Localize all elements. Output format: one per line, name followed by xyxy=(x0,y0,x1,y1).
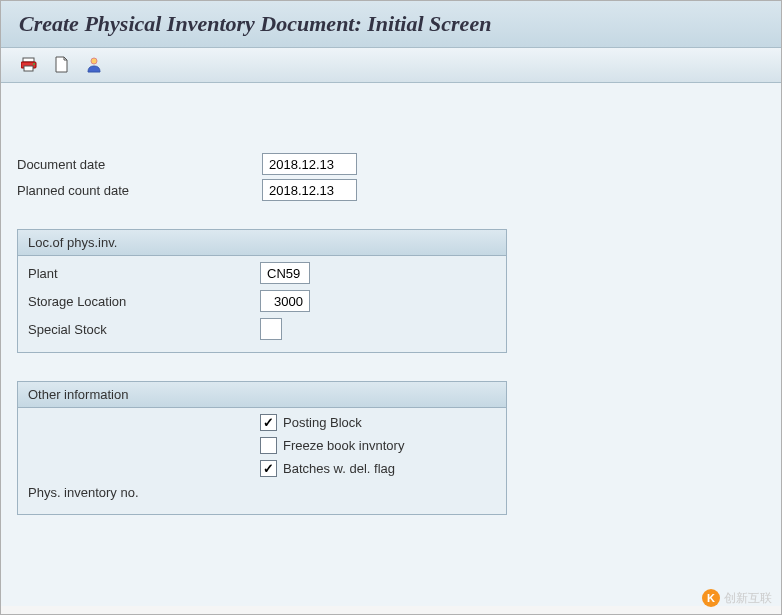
document-date-label: Document date xyxy=(17,155,262,174)
page-title: Create Physical Inventory Document: Init… xyxy=(19,11,763,37)
freeze-book-checkbox[interactable] xyxy=(260,437,277,454)
toolbar xyxy=(1,48,781,83)
content-area: Document date Planned count date Loc.of … xyxy=(1,83,781,606)
plant-row: Plant xyxy=(28,262,496,284)
svg-rect-0 xyxy=(23,58,34,62)
freeze-book-label: Freeze book invntory xyxy=(283,438,404,453)
print-icon[interactable] xyxy=(19,54,41,76)
user-icon[interactable] xyxy=(83,54,105,76)
freeze-book-row: Freeze book invntory xyxy=(260,437,496,454)
document-date-row: Document date xyxy=(17,153,765,175)
document-icon[interactable] xyxy=(51,54,73,76)
special-stock-row: Special Stock xyxy=(28,318,496,340)
phys-inv-no-row: Phys. inventory no. xyxy=(28,483,496,502)
planned-count-row: Planned count date xyxy=(17,179,765,201)
plant-label: Plant xyxy=(28,264,260,283)
header-bar: Create Physical Inventory Document: Init… xyxy=(1,1,781,48)
watermark-logo-icon: K xyxy=(702,589,720,607)
other-info-header: Other information xyxy=(18,382,506,408)
other-info-group: Other information ✓ Posting Block Freeze… xyxy=(17,381,507,515)
special-stock-label: Special Stock xyxy=(28,320,260,339)
storage-row: Storage Location xyxy=(28,290,496,312)
phys-inv-no-label: Phys. inventory no. xyxy=(28,483,260,502)
watermark: K 创新互联 xyxy=(702,589,772,607)
posting-block-label: Posting Block xyxy=(283,415,362,430)
storage-label: Storage Location xyxy=(28,292,260,311)
special-stock-input[interactable] xyxy=(260,318,282,340)
document-date-input[interactable] xyxy=(262,153,357,175)
svg-point-4 xyxy=(91,58,97,64)
watermark-text: 创新互联 xyxy=(724,590,772,607)
posting-block-checkbox[interactable]: ✓ xyxy=(260,414,277,431)
planned-count-label: Planned count date xyxy=(17,181,262,200)
storage-input[interactable] xyxy=(260,290,310,312)
batches-label: Batches w. del. flag xyxy=(283,461,395,476)
posting-block-row: ✓ Posting Block xyxy=(260,414,496,431)
svg-rect-2 xyxy=(24,66,33,71)
batches-checkbox[interactable]: ✓ xyxy=(260,460,277,477)
location-group-header: Loc.of phys.inv. xyxy=(18,230,506,256)
location-group: Loc.of phys.inv. Plant Storage Location … xyxy=(17,229,507,353)
svg-point-3 xyxy=(33,63,35,65)
batches-row: ✓ Batches w. del. flag xyxy=(260,460,496,477)
planned-count-input[interactable] xyxy=(262,179,357,201)
plant-input[interactable] xyxy=(260,262,310,284)
